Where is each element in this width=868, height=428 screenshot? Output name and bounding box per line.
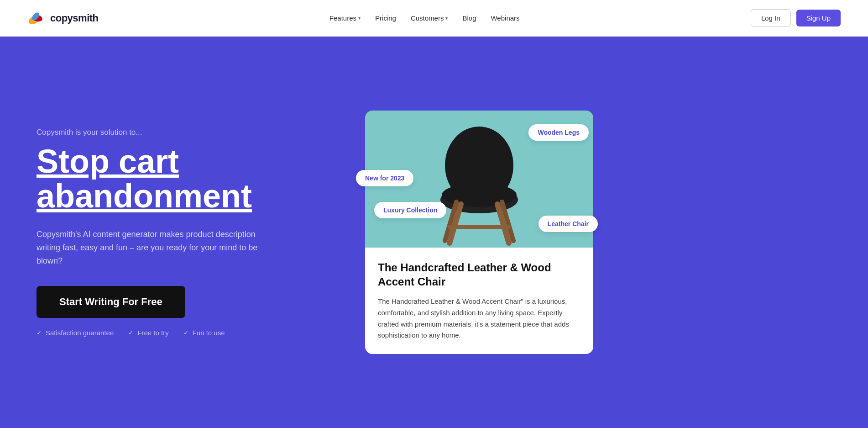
tag-new-for-2023: New for 2023 [356, 170, 413, 186]
svg-point-5 [442, 183, 517, 207]
chevron-down-icon-customers: ▾ [445, 16, 448, 21]
chair-illustration [415, 120, 543, 248]
nav-links: Features ▾ Pricing Customers ▾ Blog Webi… [329, 14, 520, 22]
logo-text: copysmith [50, 12, 99, 24]
hero-left-content: Copysmith is your solution to... Stop ca… [37, 128, 338, 337]
product-card-image-area: Wooden Legs New for 2023 Luxury Collecti… [365, 111, 593, 248]
tag-leather-chair: Leather Chair [539, 216, 598, 232]
check-fun: ✓ Fun to use [183, 329, 225, 337]
chevron-down-icon: ▾ [358, 16, 361, 21]
tag-luxury-collection: Luxury Collection [374, 202, 446, 218]
check-icon-2: ✓ [128, 329, 134, 336]
hero-title: Stop cart abandonment [37, 144, 338, 213]
logo-icon [27, 9, 46, 27]
check-icon-3: ✓ [183, 329, 189, 336]
nav-item-customers[interactable]: Customers ▾ [411, 14, 448, 22]
hero-description: Copysmith's AI content generator makes p… [37, 228, 274, 267]
product-card-title: The Handcrafted Leather & Wood Accent Ch… [378, 260, 580, 289]
login-button[interactable]: Log In [751, 9, 791, 27]
tag-wooden-legs: Wooden Legs [528, 124, 589, 141]
check-satisfaction: ✓ Satisfaction guarantee [37, 329, 114, 337]
check-icon-1: ✓ [37, 329, 42, 336]
nav-item-webinars[interactable]: Webinars [491, 14, 519, 22]
nav-actions: Log In Sign Up [751, 9, 841, 27]
nav-item-blog[interactable]: Blog [462, 14, 476, 22]
nav-item-features[interactable]: Features ▾ [329, 14, 361, 22]
hero-checks: ✓ Satisfaction guarantee ✓ Free to try ✓… [37, 329, 338, 337]
hero-section: Copysmith is your solution to... Stop ca… [0, 37, 868, 428]
check-free: ✓ Free to try [128, 329, 168, 337]
nav-item-pricing[interactable]: Pricing [375, 14, 396, 22]
hero-right-content: Wooden Legs New for 2023 Luxury Collecti… [365, 111, 593, 354]
cta-button[interactable]: Start Writing For Free [37, 286, 185, 318]
logo-link[interactable]: copysmith [27, 9, 99, 27]
hero-subtitle: Copysmith is your solution to... [37, 128, 338, 137]
product-card-description: The Handcrafted Leather & Wood Accent Ch… [378, 296, 580, 341]
signup-button[interactable]: Sign Up [796, 10, 841, 26]
navbar: copysmith Features ▾ Pricing Customers ▾… [0, 0, 868, 37]
product-info-card: The Handcrafted Leather & Wood Accent Ch… [365, 248, 593, 354]
